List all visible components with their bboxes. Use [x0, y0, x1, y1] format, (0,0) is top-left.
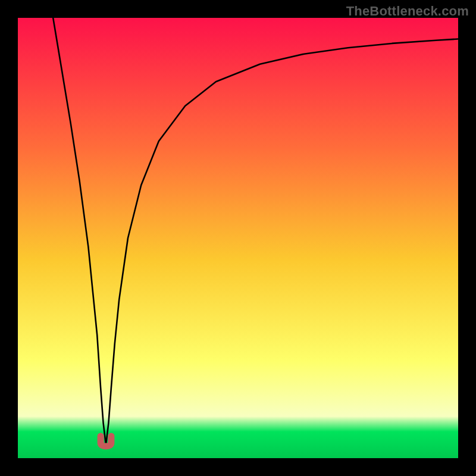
chart-stage: TheBottleneck.com — [0, 0, 476, 476]
chart-background — [18, 18, 458, 458]
watermark-text: TheBottleneck.com — [346, 4, 469, 19]
bottleneck-chart-svg — [0, 0, 476, 476]
